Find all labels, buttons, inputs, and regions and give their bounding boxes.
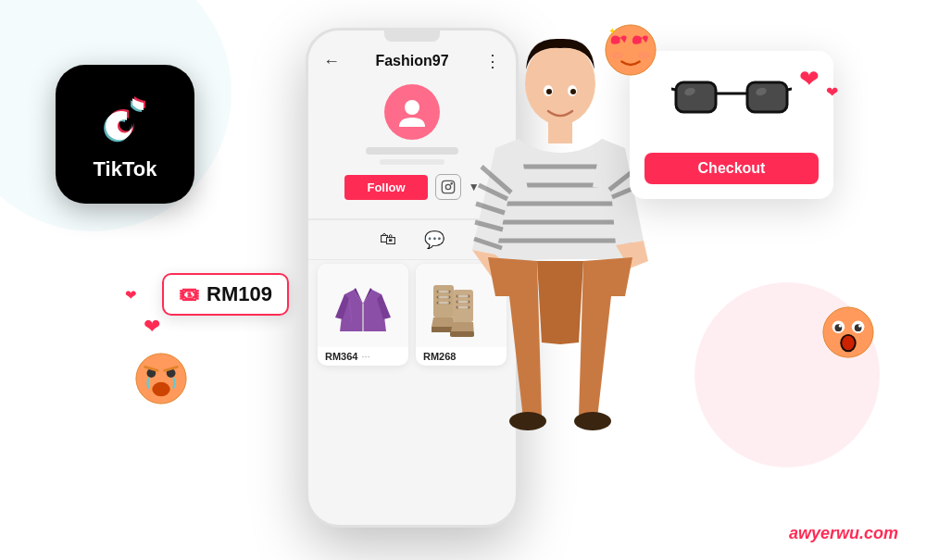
- tiktok-icon-svg: [93, 87, 157, 152]
- product1-price-row: RM364 ···: [318, 347, 408, 366]
- svg-point-42: [574, 412, 611, 430]
- svg-point-58: [152, 382, 169, 396]
- back-arrow-icon[interactable]: ←: [323, 52, 340, 71]
- svg-rect-28: [548, 120, 572, 143]
- price-tag: 🎟 RM109: [162, 273, 289, 316]
- shocked-emoji: [821, 305, 875, 367]
- profile-sub-placeholder: [380, 159, 444, 165]
- ticket-icon: 🎟: [179, 282, 199, 306]
- svg-rect-49: [747, 82, 787, 112]
- product-card-jacket[interactable]: RM364 ···: [318, 264, 408, 366]
- heart-face-emoji: ✦: [604, 23, 657, 84]
- svg-rect-48: [676, 82, 716, 112]
- phone-notch: [384, 31, 440, 42]
- profile-username: Fashion97: [375, 53, 448, 69]
- watermark: awyerwu.com: [789, 524, 898, 543]
- crying-emoji-svg: [134, 352, 188, 405]
- heart-decoration-2: ❤: [125, 287, 137, 304]
- profile-avatar: [384, 84, 440, 140]
- heart-decoration-3: ❤: [799, 65, 820, 93]
- shop-tab-icon[interactable]: 🛍: [380, 230, 396, 250]
- jacket-illustration: [335, 271, 391, 341]
- follow-button[interactable]: Follow: [344, 175, 427, 200]
- svg-point-46: [570, 89, 576, 94]
- product1-price: RM364: [325, 351, 357, 362]
- heart-decoration-4: ❤: [826, 83, 838, 101]
- product1-more: ···: [361, 351, 369, 362]
- tiktok-label: TikTok: [94, 157, 157, 181]
- svg-point-73: [842, 336, 855, 350]
- svg-point-0: [405, 100, 419, 115]
- tiktok-logo: TikTok: [56, 65, 194, 204]
- svg-text:✦: ✦: [608, 26, 616, 36]
- heart-decoration-1: ❤: [144, 315, 160, 339]
- sunglasses-image: [671, 66, 792, 135]
- sunglasses-svg: [671, 73, 792, 129]
- heart-face-emoji-svg: ✦: [604, 23, 657, 77]
- shocked-emoji-svg: [821, 305, 875, 359]
- svg-point-41: [509, 412, 546, 430]
- svg-point-61: [611, 52, 624, 59]
- price-value: RM109: [206, 282, 272, 306]
- svg-point-45: [546, 89, 552, 94]
- user-icon: [395, 95, 429, 129]
- scene: TikTok ← Fashion97 ⋮ Follow: [0, 0, 926, 560]
- svg-point-27: [525, 42, 595, 125]
- product-image-jacket: [318, 264, 408, 347]
- wishlist-tab-icon[interactable]: 💬: [424, 230, 444, 250]
- crying-emoji: [134, 352, 188, 413]
- svg-point-62: [638, 52, 651, 59]
- svg-point-70: [839, 325, 842, 328]
- svg-point-71: [858, 325, 861, 328]
- checkout-button[interactable]: Checkout: [644, 153, 819, 184]
